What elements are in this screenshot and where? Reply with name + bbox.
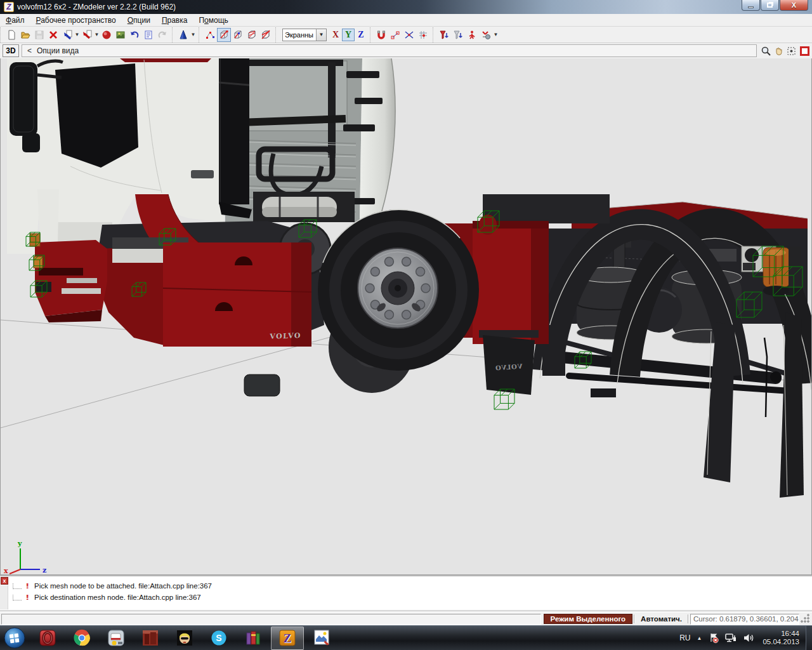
menu-workspace[interactable]: Рабочее пространство xyxy=(30,15,122,26)
log-entry[interactable]: ! Pick mesh node to be attached. file:At… xyxy=(13,580,212,592)
taskbar-app-paint[interactable] xyxy=(305,627,338,650)
vertices-level-button[interactable] xyxy=(203,28,217,42)
auto-mode-badge[interactable]: Автоматич. xyxy=(634,614,689,623)
pan-tool-button[interactable] xyxy=(772,44,785,57)
selection-mode-badge[interactable]: Режим Выделенного xyxy=(544,614,633,624)
snap-vertices-button[interactable] xyxy=(388,28,402,42)
attach-tool-button[interactable] xyxy=(479,28,493,42)
combo-dropdown-icon[interactable]: ▼ xyxy=(316,29,326,41)
filter-selected-button[interactable] xyxy=(437,28,451,42)
uv-level-button[interactable] xyxy=(259,28,273,42)
log-entry[interactable]: ! Pick destination mesh node. file:Attac… xyxy=(13,592,212,603)
taskbar-app-gta-vice-city[interactable] xyxy=(168,627,201,650)
objects-level-button[interactable] xyxy=(217,28,231,42)
truck-mudflap[interactable]: VOLVO xyxy=(479,330,539,395)
taskbar-app-truck-game[interactable] xyxy=(100,627,133,650)
warning-icon: ! xyxy=(24,594,30,601)
menu-options[interactable]: Опции xyxy=(122,15,156,26)
viewport-canvas[interactable]: VOLVO xyxy=(1,58,811,574)
window-title: volvofm12 6x2 - ZModeler ver 2.2.2 (Buil… xyxy=(17,3,176,11)
side-marker-lamp[interactable] xyxy=(30,234,40,246)
truck-cab-rear-panel[interactable] xyxy=(219,58,395,222)
orbit-tool-button[interactable] xyxy=(785,44,797,57)
air-tank[interactable] xyxy=(262,197,337,217)
zoom-tool-button[interactable] xyxy=(759,44,772,57)
material-editor-button[interactable] xyxy=(114,28,128,42)
clock[interactable]: 16:44 05.04.2013 xyxy=(763,630,799,646)
hand-icon xyxy=(773,46,784,56)
title-bar[interactable]: Z volvofm12 6x2 - ZModeler ver 2.2.2 (Bu… xyxy=(0,0,812,14)
zmodeler-window: Z volvofm12 6x2 - ZModeler ver 2.2.2 (Bu… xyxy=(0,0,812,650)
attach-tool-dropdown[interactable]: ▼ xyxy=(493,28,499,42)
select-tool-dropdown[interactable]: ▼ xyxy=(190,28,196,42)
menu-help[interactable]: Помощь xyxy=(193,15,233,26)
taskbar-app-photo-red[interactable] xyxy=(134,627,167,650)
new-file-button[interactable] xyxy=(4,28,18,42)
start-button[interactable] xyxy=(3,626,27,650)
view-options-label: Опции вида xyxy=(37,46,79,55)
system-tray: RU ▲ 16:44 05.04.2013 xyxy=(679,626,812,650)
taskbar-app-winrar[interactable] xyxy=(237,627,270,650)
undo-button[interactable] xyxy=(128,28,141,42)
truck-front-wheel[interactable] xyxy=(318,209,479,371)
winrar-icon xyxy=(244,629,262,647)
show-desktop-button[interactable] xyxy=(806,626,812,650)
hidden-icons-arrow[interactable]: ▲ xyxy=(697,635,702,641)
active-viewport-button[interactable] xyxy=(800,46,809,56)
viewport-3d[interactable]: VOLVO xyxy=(0,58,812,575)
volume-icon[interactable] xyxy=(742,632,755,644)
view-mode-button[interactable]: 3D xyxy=(3,44,19,57)
export-button[interactable] xyxy=(80,28,94,42)
taskbar-app-zmodeler[interactable]: Z Z xyxy=(271,627,304,650)
faces-level-button[interactable] xyxy=(245,28,259,42)
snap-grid-button[interactable] xyxy=(416,28,430,42)
log-close-button[interactable]: x xyxy=(1,577,8,585)
snap-edges-button[interactable] xyxy=(402,28,416,42)
network-icon[interactable] xyxy=(724,632,737,644)
objects-level-icon xyxy=(219,30,229,40)
export-dropdown[interactable]: ▼ xyxy=(94,28,100,42)
taskbar-app-skype[interactable]: S xyxy=(202,627,235,650)
notes-button[interactable] xyxy=(141,28,155,42)
open-file-button[interactable] xyxy=(18,28,32,42)
axis-y-button[interactable]: Y xyxy=(342,29,355,41)
coord-space-combo[interactable]: Экранны ▼ xyxy=(282,29,327,41)
bones-mode-button[interactable] xyxy=(465,28,479,42)
edges-level-button[interactable] xyxy=(231,28,245,42)
render-button[interactable] xyxy=(100,28,114,42)
select-tool-button[interactable] xyxy=(176,28,190,42)
back-arrow[interactable]: < xyxy=(27,46,32,55)
zmodeler-app-icon: Z xyxy=(4,2,14,12)
axis-z-button[interactable]: Z xyxy=(355,29,367,41)
redo-button[interactable] xyxy=(155,28,169,42)
close-button[interactable]: X xyxy=(780,0,808,11)
exhaust-stack[interactable] xyxy=(219,58,252,218)
axis-x-button[interactable]: X xyxy=(329,29,342,41)
language-indicator[interactable]: RU xyxy=(679,633,690,642)
cab-side-window[interactable] xyxy=(55,63,138,168)
notes-icon xyxy=(143,30,154,40)
snap-magnet-button[interactable] xyxy=(374,28,388,42)
door-handle[interactable] xyxy=(191,170,214,178)
minimize-button[interactable] xyxy=(742,0,760,11)
menu-file[interactable]: Файл xyxy=(0,15,30,26)
menu-edit[interactable]: Правка xyxy=(156,15,193,26)
action-center-flag-icon[interactable] xyxy=(708,632,719,644)
view-options-bar[interactable]: < Опции вида xyxy=(22,44,757,57)
save-file-button[interactable] xyxy=(32,28,46,42)
delete-button[interactable] xyxy=(46,28,60,42)
restore-button[interactable] xyxy=(761,0,779,11)
taskbar-app-opera[interactable] xyxy=(31,627,64,650)
filter-hidden-button[interactable] xyxy=(451,28,465,42)
select-cone-icon xyxy=(178,30,188,40)
volvo-skirt-logo: VOLVO xyxy=(269,331,301,341)
import-button[interactable] xyxy=(60,28,74,42)
viewport-header: 3D < Опции вида xyxy=(0,43,812,58)
import-dropdown[interactable]: ▼ xyxy=(74,28,80,42)
snap-vertices-icon xyxy=(390,30,400,40)
truck-side-skirt-box[interactable]: VOLVO xyxy=(163,242,311,347)
taskbar-app-chrome[interactable] xyxy=(65,627,98,650)
resize-grip[interactable] xyxy=(801,614,811,624)
zmodeler-taskbar-icon: Z Z xyxy=(278,629,296,647)
svg-text:Z: Z xyxy=(284,632,292,645)
